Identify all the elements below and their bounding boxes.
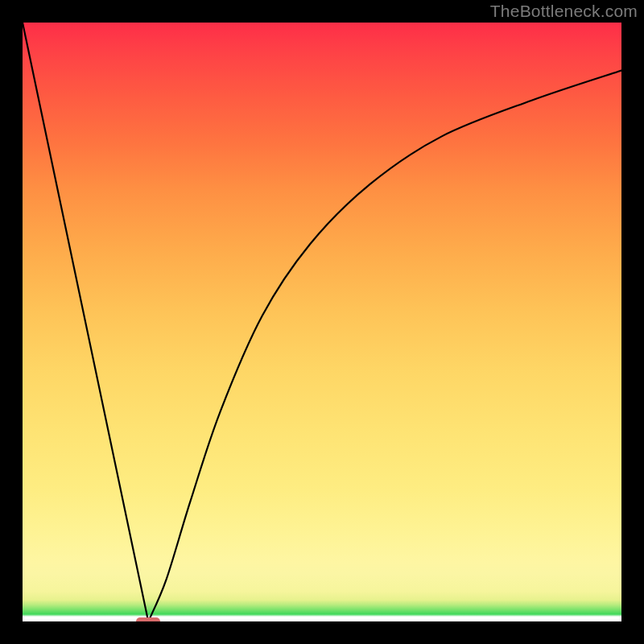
chart-container: TheBottleneck.com [0, 0, 644, 644]
bottleneck-curve [23, 23, 621, 621]
plot-area [23, 23, 621, 621]
valley-marker [136, 617, 160, 621]
watermark-text: TheBottleneck.com [490, 2, 638, 21]
